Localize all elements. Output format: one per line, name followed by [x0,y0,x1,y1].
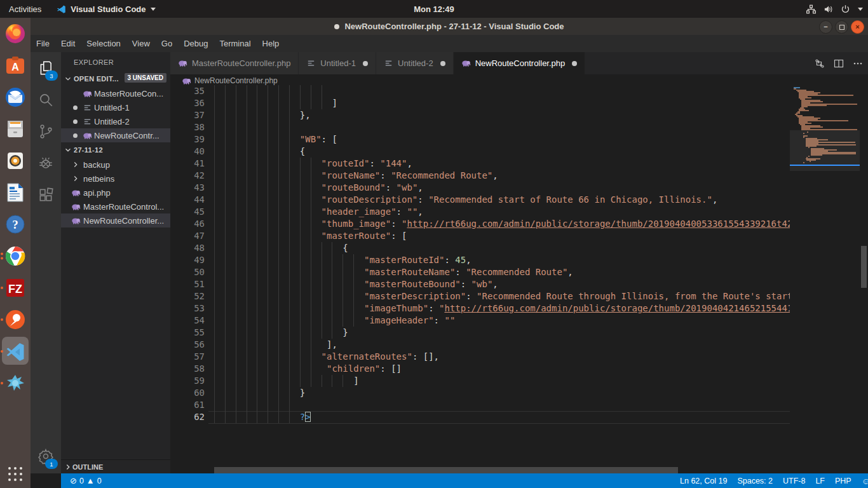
line-number[interactable]: 50 [179,266,205,278]
maximize-button[interactable] [835,20,848,34]
minimap[interactable] [790,85,860,473]
open-editor-item[interactable]: Untitled-1 [61,100,170,114]
dock-item-thunderbird[interactable] [0,81,31,113]
dock-item-help[interactable]: ? [0,208,31,240]
line-number[interactable]: 46 [179,218,205,230]
line-number[interactable]: 53 [179,302,205,315]
code-line-39[interactable]: 39 "WB": [ [170,133,790,146]
feedback-smiley-icon[interactable]: ☺ [857,473,868,488]
line-number[interactable]: 52 [179,290,205,302]
tab-untitled-1[interactable]: Untitled-1 [299,52,376,74]
code-line-54[interactable]: 54 "imageHeader": "" [170,315,790,327]
code-line-51[interactable]: 51 "masterRouteBound": "wb", [170,278,790,290]
dock-item-vscode[interactable] [0,336,31,367]
open-editors-header[interactable]: OPEN EDIT... 3 UNSAVED [61,71,170,86]
code-line-44[interactable]: 44 "routeDescription": "Recommended star… [170,194,790,206]
line-number[interactable]: 41 [179,158,205,170]
code-line-58[interactable]: 58 "children": [] [170,363,790,375]
horizontal-scrollbar-thumb[interactable] [214,467,678,473]
open-editor-item[interactable]: NewRouteContr... [61,128,170,142]
line-number[interactable]: 40 [179,146,205,158]
line-number[interactable]: 42 [179,170,205,182]
line-number[interactable]: 39 [179,133,205,146]
code-line-41[interactable]: 41 "routeId": "144", [170,158,790,170]
line-number[interactable]: 37 [179,109,205,121]
vertical-scrollbar-thumb[interactable] [861,246,867,288]
code-editor[interactable]: 3536 ]37 },3839 "WB": [40 {41 "routeId":… [170,85,790,473]
code-line-57[interactable]: 57 "alternateRoutes": [], [170,351,790,363]
line-number[interactable]: 35 [179,85,205,97]
code-line-55[interactable]: 55 } [170,327,790,339]
vertical-scrollbar[interactable] [860,85,868,473]
line-number[interactable]: 43 [179,182,205,194]
code-line-59[interactable]: 59 ] [170,375,790,387]
tab-masterroutecontroller-php[interactable]: MasterRouteController.php [170,52,299,74]
settings-button[interactable]: 1 [31,440,61,472]
line-number[interactable]: 54 [179,315,205,327]
line-number[interactable]: 61 [179,399,205,411]
code-line-56[interactable]: 56 ], [170,339,790,351]
menu-item-terminal[interactable]: Terminal [214,35,256,52]
line-number[interactable]: 57 [179,351,205,363]
menu-item-file[interactable]: File [31,35,55,52]
menu-item-debug[interactable]: Debug [178,35,214,52]
dock-item-file-cabinet[interactable] [0,113,31,145]
dock-item-chrome[interactable] [0,240,31,272]
code-line-36[interactable]: 36 ] [170,97,790,109]
cursor-position[interactable]: Ln 62, Col 19 [675,473,732,488]
tree-item-api-php[interactable]: api.php [61,186,170,200]
open-editor-item[interactable]: Untitled-2 [61,114,170,128]
indentation-setting[interactable]: Spaces: 2 [732,473,778,488]
system-tray[interactable] [806,4,863,14]
activity-extensions[interactable] [31,179,61,211]
code-line-45[interactable]: 45 "header_image": "", [170,206,790,218]
code-line-42[interactable]: 42 "routeName": "Recommended Route", [170,170,790,182]
line-number[interactable]: 60 [179,387,205,399]
window-title-bar[interactable]: NewRouteController.php - 27-11-12 - Visu… [31,18,868,35]
minimize-button[interactable]: − [819,20,832,34]
activity-search[interactable] [31,84,61,116]
activity-debug[interactable] [31,147,61,179]
code-line-50[interactable]: 50 "masterRouteName": "Recommended Route… [170,266,790,278]
open-editor-item[interactable]: MasterRouteCon... [61,86,170,100]
menu-item-go[interactable]: Go [156,35,178,52]
menu-item-selection[interactable]: Selection [81,35,126,52]
code-line-43[interactable]: 43 "routeBound": "wb", [170,182,790,194]
dock-item-paint-splash[interactable] [0,367,31,399]
activity-explorer-files[interactable]: 3 [31,52,61,84]
tab-newroutecontroller-php[interactable]: NewRouteController.php [454,52,586,74]
code-line-61[interactable]: 61 [170,399,790,411]
encoding-setting[interactable]: UTF-8 [778,473,810,488]
tree-item-backup[interactable]: backup [61,158,170,172]
split-editor-icon[interactable] [834,58,844,69]
clock[interactable]: Mon 12:49 [414,4,454,14]
code-line-38[interactable]: 38 [170,121,790,133]
code-line-35[interactable]: 35 [170,85,790,97]
line-number[interactable]: 36 [179,97,205,109]
code-line-47[interactable]: 47 "masterRoute": [ [170,230,790,242]
menu-item-edit[interactable]: Edit [55,35,81,52]
close-button[interactable]: × [851,20,864,34]
code-line-53[interactable]: 53 "imageThumb": "http://rt66ug.com/admi… [170,302,790,315]
language-mode[interactable]: PHP [830,473,857,488]
dock-item-ubuntu-software[interactable]: A [0,50,31,81]
code-line-49[interactable]: 49 "masterRouteId": 45, [170,254,790,266]
code-line-60[interactable]: 60 } [170,387,790,399]
app-grid-button[interactable] [0,463,31,485]
dock-item-postman[interactable] [0,304,31,336]
dock-item-libreoffice-writer[interactable] [0,177,31,208]
code-line-52[interactable]: 52 "masterDescription": "Recommended Rou… [170,290,790,302]
dock-item-rhythmbox[interactable] [0,145,31,177]
dock-item-firefox[interactable] [0,18,31,50]
code-line-37[interactable]: 37 }, [170,109,790,121]
open-changes-icon[interactable] [815,58,825,69]
line-number[interactable]: 58 [179,363,205,375]
tree-item-newroutecontroller---[interactable]: NewRouteController... [61,214,170,227]
more-actions-icon[interactable] [853,58,863,69]
line-number[interactable]: 44 [179,194,205,206]
app-menu[interactable]: Visual Studio Code [50,0,161,18]
problems-indicator[interactable]: ⊘ 0 ▲ 0 [65,473,107,488]
activity-source-control[interactable] [31,116,61,147]
code-line-46[interactable]: 46 "thumb_image": "http://rt66ug.com/adm… [170,218,790,230]
dock-item-filezilla[interactable]: FZ [0,272,31,304]
